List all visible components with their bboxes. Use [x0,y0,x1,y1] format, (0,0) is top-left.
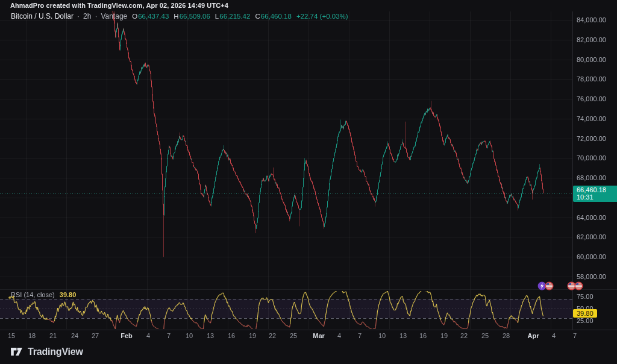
time-tick: 27 [82,332,108,339]
close-label: C [255,13,260,20]
change-value: +22.74 (+0.03%) [296,13,348,20]
rsi-tick: 25.00 [577,317,594,324]
price-tick: 80,000.00 [577,56,606,63]
price-tick: 70,000.00 [577,154,606,162]
countdown-timer: 10:31 [577,194,617,201]
low-label: L [215,13,219,20]
tradingview-chart-window: AhmadPro created with TradingView.com, A… [0,0,617,364]
price-tick: 60,000.00 [577,253,606,260]
broker-label: Vantage [101,12,127,20]
price-tick: 68,000.00 [577,174,606,181]
symbol-title[interactable]: Bitcoin / U.S. Dollar [11,12,74,20]
rsi-legend[interactable]: RSI (14, close) 39.80 [11,291,76,298]
low-value: 66,215.42 [219,13,250,20]
rsi-current-value: 39.80 [60,291,77,298]
symbol-legend[interactable]: Bitcoin / U.S. Dollar · 2h · Vantage O66… [11,12,348,20]
legend-separator: · [77,12,80,20]
open-value: 66,437.43 [138,13,169,20]
open-label: O [132,13,137,20]
us-flag-event-icon[interactable] [545,281,554,290]
close-value: 66,460.18 [261,13,292,20]
price-tick: 78,000.00 [577,75,606,83]
price-tick: 72,000.00 [577,135,606,142]
rsi-params: (14, close) [23,291,54,298]
price-tick: 58,000.00 [577,273,606,280]
rsi-name: RSI [11,291,22,298]
time-tick: 25 [280,332,307,339]
rsi-tick: 75.00 [577,293,594,300]
price-tick: 82,000.00 [577,36,606,43]
legend-separator-2: · [95,12,97,20]
chart-canvas[interactable] [0,0,617,364]
price-tick: 62,000.00 [577,233,606,240]
time-tick: 7 [562,332,588,339]
high-value: 66,509.06 [180,13,210,20]
price-tick: 64,000.00 [577,214,606,221]
price-tick: 76,000.00 [577,95,606,102]
tradingview-logo-mark-icon [10,345,23,359]
price-tick: 74,000.00 [577,115,606,122]
last-price-badge: 66,460.18 10:31 [573,186,617,202]
interval-label[interactable]: 2h [83,12,91,20]
high-label: H [174,13,178,20]
attribution-text: AhmadPro created with TradingView.com, A… [10,2,228,9]
time-tick: 28 [493,332,519,339]
rsi-value-badge: 39.80 [573,309,597,318]
tradingview-logo-text: TradingView [28,347,83,357]
us-flag-event-icon[interactable] [574,281,583,290]
tradingview-logo[interactable]: TradingView [10,345,83,359]
price-tick: 84,000.00 [577,16,606,24]
